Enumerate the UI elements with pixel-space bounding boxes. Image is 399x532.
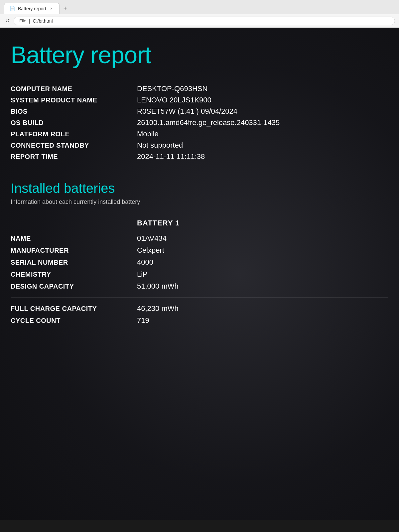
address-separator: | [29, 18, 30, 24]
value-chemistry: LiP [137, 270, 148, 279]
batteries-section-subtitle: Information about each currently install… [11, 199, 388, 205]
value-system-product-name: LENOVO 20LJS1K900 [137, 96, 211, 104]
label-report-time: REPORT TIME [11, 153, 137, 161]
value-manufacturer: Celxpert [137, 246, 164, 255]
battery-row-manufacturer: MANUFACTURER Celxpert [11, 246, 388, 255]
info-row-computer-name: COMPUTER NAME DESKTOP-Q693HSN [11, 84, 388, 93]
info-row-connected-standby: CONNECTED STANDBY Not supported [11, 141, 388, 150]
battery-row-name: NAME 01AV434 [11, 234, 388, 243]
label-connected-standby: CONNECTED STANDBY [11, 142, 137, 149]
tab-close-button[interactable]: × [49, 6, 54, 12]
batteries-section-title: Installed batteries [11, 181, 388, 196]
browser-chrome: 📄 Battery report × + ↺ File | C:/br.html [0, 0, 399, 28]
label-bios: BIOS [11, 108, 137, 115]
page-title: Battery report [11, 41, 388, 68]
value-os-build: 26100.1.amd64fre.ge_release.240331-1435 [137, 118, 280, 127]
value-design-capacity: 51,000 mWh [137, 282, 179, 291]
system-info-section: COMPUTER NAME DESKTOP-Q693HSN SYSTEM PRO… [11, 84, 388, 161]
value-platform-role: Mobile [137, 130, 159, 138]
label-os-build: OS BUILD [11, 119, 137, 127]
new-tab-button[interactable]: + [61, 4, 70, 13]
value-name: 01AV434 [137, 234, 167, 243]
label-computer-name: COMPUTER NAME [11, 85, 137, 93]
value-computer-name: DESKTOP-Q693HSN [137, 84, 207, 93]
battery-row-cycle-count: CYCLE COUNT 719 [11, 316, 388, 325]
label-cycle-count: CYCLE COUNT [11, 317, 137, 325]
value-full-charge-capacity: 46,230 mWh [137, 304, 179, 313]
address-input[interactable]: File | C:/br.html [14, 17, 395, 25]
info-row-platform-role: PLATFORM ROLE Mobile [11, 130, 388, 138]
tab-icon: 📄 [10, 6, 15, 11]
value-connected-standby: Not supported [137, 141, 183, 150]
label-serial-number: SERIAL NUMBER [11, 259, 137, 266]
label-platform-role: PLATFORM ROLE [11, 130, 137, 138]
value-cycle-count: 719 [137, 316, 149, 325]
label-name: NAME [11, 235, 137, 242]
tab-bar: 📄 Battery report × + [0, 0, 399, 14]
value-serial-number: 4000 [137, 258, 153, 267]
value-bios: R0SET57W (1.41 ) 09/04/2024 [137, 107, 237, 116]
refresh-button[interactable]: ↺ [4, 16, 11, 25]
battery-row-full-charge-capacity: FULL CHARGE CAPACITY 46,230 mWh [11, 304, 388, 313]
battery-header: BATTERY 1 [137, 219, 388, 227]
label-chemistry: CHEMISTRY [11, 271, 137, 278]
battery-row-chemistry: CHEMISTRY LiP [11, 270, 388, 279]
battery-row-serial-number: SERIAL NUMBER 4000 [11, 258, 388, 267]
info-row-report-time: REPORT TIME 2024-11-11 11:11:38 [11, 152, 388, 161]
info-row-bios: BIOS R0SET57W (1.41 ) 09/04/2024 [11, 107, 388, 116]
divider [11, 297, 388, 298]
info-row-system-product-name: SYSTEM PRODUCT NAME LENOVO 20LJS1K900 [11, 96, 388, 104]
content-wrapper: Battery report COMPUTER NAME DESKTOP-Q69… [11, 41, 388, 325]
main-content: Battery report COMPUTER NAME DESKTOP-Q69… [0, 28, 399, 520]
info-row-os-build: OS BUILD 26100.1.amd64fre.ge_release.240… [11, 118, 388, 127]
battery-row-design-capacity: DESIGN CAPACITY 51,000 mWh [11, 282, 388, 291]
file-icon: File [19, 18, 26, 23]
label-manufacturer: MANUFACTURER [11, 247, 137, 254]
address-bar: ↺ File | C:/br.html [0, 14, 399, 28]
tab-label: Battery report [18, 6, 46, 11]
active-tab[interactable]: 📄 Battery report × [4, 3, 60, 14]
value-report-time: 2024-11-11 11:11:38 [137, 152, 205, 161]
address-path: C:/br.html [33, 18, 53, 24]
label-full-charge-capacity: FULL CHARGE CAPACITY [11, 305, 137, 313]
label-design-capacity: DESIGN CAPACITY [11, 283, 137, 290]
label-system-product-name: SYSTEM PRODUCT NAME [11, 96, 137, 104]
batteries-section: Installed batteries Information about ea… [11, 181, 388, 325]
